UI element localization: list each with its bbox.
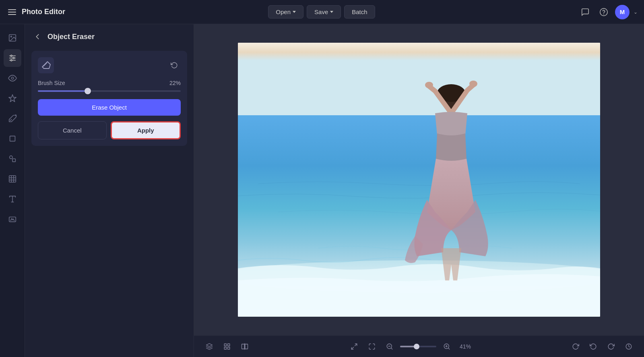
svg-rect-28 — [224, 344, 226, 346]
sidebar-item-adjustments[interactable] — [4, 49, 21, 67]
avatar-chevron-icon[interactable]: ⌄ — [634, 9, 638, 15]
header-center: Open Save Batch — [268, 5, 375, 19]
svg-point-13 — [9, 156, 12, 159]
undo-button[interactable] — [586, 339, 601, 354]
svg-line-41 — [448, 348, 449, 349]
save-button[interactable]: Save — [307, 5, 341, 19]
layers-icon — [206, 343, 213, 350]
refresh-icon — [572, 343, 579, 350]
batch-button[interactable]: Batch — [344, 5, 375, 19]
slider-thumb[interactable] — [85, 88, 91, 94]
svg-rect-34 — [245, 344, 248, 349]
zoom-thumb[interactable] — [414, 344, 419, 349]
svg-rect-14 — [12, 159, 15, 162]
svg-point-26 — [469, 81, 477, 87]
svg-point-7 — [10, 55, 12, 57]
cancel-button[interactable]: Cancel — [38, 121, 107, 139]
watermark-icon — [8, 215, 17, 224]
grid-icon — [223, 343, 231, 350]
brush-size-slider[interactable] — [38, 90, 181, 92]
fit-screen-button[interactable] — [347, 339, 361, 354]
svg-line-36 — [351, 347, 353, 349]
svg-line-19 — [43, 63, 47, 66]
bottom-left-tools — [202, 339, 252, 354]
open-chevron-icon — [293, 11, 296, 13]
svg-point-3 — [10, 36, 12, 37]
svg-point-8 — [12, 57, 14, 59]
redo-icon — [607, 343, 615, 350]
apply-button[interactable]: Apply — [111, 121, 181, 139]
shapes-icon — [8, 154, 17, 163]
svg-point-9 — [10, 60, 12, 61]
eraser-icon-wrap — [38, 57, 54, 73]
main-content: Object Eraser Brush Size — [0, 24, 644, 357]
reset-button[interactable] — [168, 59, 181, 72]
sidebar-item-texture[interactable] — [4, 170, 21, 188]
app-title: Photo Editor — [22, 8, 65, 16]
zoom-in-button[interactable] — [440, 339, 454, 354]
object-eraser-panel: Object Eraser Brush Size — [25, 24, 194, 357]
menu-button[interactable] — [6, 8, 18, 17]
layers-button[interactable] — [202, 339, 217, 354]
sparkle-icon — [8, 94, 17, 103]
expand-icon — [368, 343, 376, 350]
fit-icon — [351, 343, 358, 350]
sidebar-item-visibility[interactable] — [4, 69, 21, 87]
zoom-in-icon — [443, 343, 450, 350]
chat-button[interactable] — [578, 5, 592, 19]
reset-icon — [171, 62, 178, 69]
undo-icon — [590, 343, 597, 350]
svg-marker-27 — [206, 343, 213, 347]
svg-line-35 — [355, 344, 357, 346]
header-right: M ⌄ — [578, 5, 638, 19]
canvas-container[interactable] — [194, 24, 644, 335]
avatar[interactable]: M — [615, 5, 630, 19]
sidebar-item-brush[interactable] — [4, 110, 21, 127]
zoom-out-icon — [386, 343, 393, 350]
svg-line-38 — [391, 348, 392, 349]
back-button[interactable] — [31, 31, 43, 43]
history-icon — [625, 343, 632, 350]
bottom-right-tools — [568, 339, 636, 354]
sidebar-item-effects[interactable] — [4, 89, 21, 107]
adjustments-icon — [8, 54, 17, 62]
zoom-value: 41% — [457, 343, 473, 350]
save-chevron-icon — [330, 11, 333, 13]
back-arrow-icon — [33, 32, 42, 41]
redo-button[interactable] — [604, 339, 618, 354]
photo-svg — [238, 43, 600, 317]
tool-card: Brush Size 22% Erase Object Cancel Apply — [31, 51, 187, 146]
texture-icon — [8, 174, 17, 183]
fill-screen-button[interactable] — [365, 339, 379, 354]
refresh-button[interactable] — [568, 339, 583, 354]
erase-object-button[interactable]: Erase Object — [38, 99, 181, 116]
zoom-out-button[interactable] — [382, 339, 397, 354]
help-icon — [599, 8, 608, 17]
brush-icon — [8, 114, 17, 123]
svg-rect-29 — [228, 344, 230, 346]
sidebar-item-crop[interactable] — [4, 130, 21, 147]
compare-button[interactable] — [237, 339, 252, 354]
text-icon — [8, 195, 17, 203]
brush-size-label: Brush Size — [38, 80, 65, 86]
svg-rect-31 — [228, 347, 230, 349]
svg-rect-12 — [10, 136, 15, 141]
zoom-slider[interactable] — [400, 346, 436, 347]
brush-size-row: Brush Size 22% — [38, 80, 181, 86]
history-button[interactable] — [621, 339, 636, 354]
help-button[interactable] — [597, 5, 611, 19]
sidebar-item-watermark[interactable] — [4, 210, 21, 228]
sidebar-item-text[interactable] — [4, 190, 21, 208]
slider-fill — [38, 90, 88, 92]
svg-point-25 — [425, 82, 433, 88]
tool-card-header — [38, 57, 181, 73]
sidebar-item-image[interactable] — [4, 29, 21, 47]
open-button[interactable]: Open — [268, 5, 303, 19]
svg-rect-15 — [9, 176, 16, 183]
svg-rect-30 — [224, 347, 226, 349]
panel-title: Object Eraser — [47, 33, 95, 41]
svg-point-10 — [11, 77, 14, 79]
grid-view-button[interactable] — [220, 339, 234, 354]
canvas-image — [238, 43, 600, 317]
sidebar-item-shapes[interactable] — [4, 150, 21, 168]
